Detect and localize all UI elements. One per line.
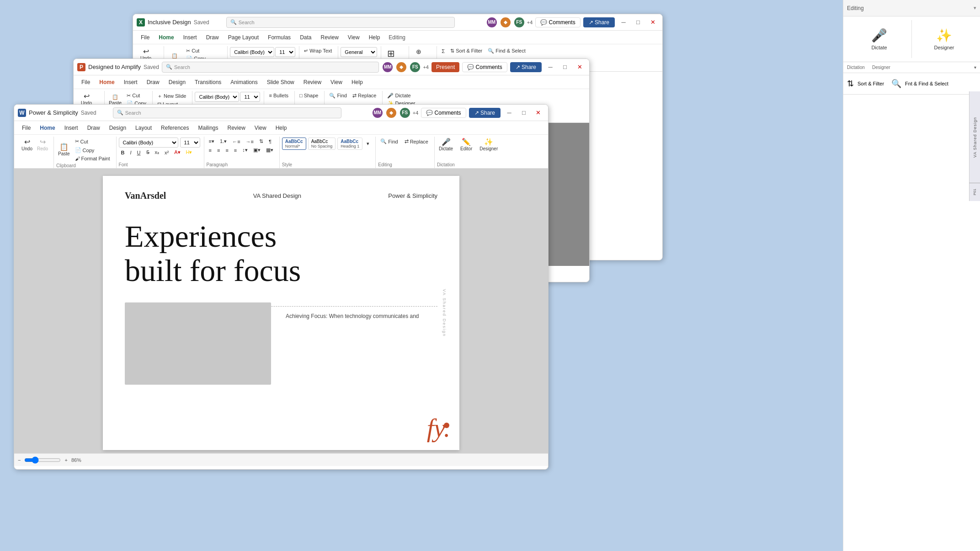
ppt-share-button[interactable]: ↗ Share [510, 62, 542, 72]
word-align-left-button[interactable]: ≡ [207, 147, 214, 154]
ppt-present-button[interactable]: Present [431, 62, 459, 72]
word-bullets-button[interactable]: ≡▾ [207, 138, 217, 145]
word-copy-button[interactable]: 📄 Copy [73, 146, 112, 154]
word-align-right-button[interactable]: ≡ [223, 147, 230, 154]
word-justify-button[interactable]: ≡ [232, 147, 239, 154]
word-menu-layout[interactable]: Layout [131, 123, 156, 132]
ppt-close-button[interactable]: ✕ [574, 62, 586, 72]
excel-menu-home[interactable]: Home [154, 33, 178, 42]
excel-maximize-button[interactable]: □ [632, 17, 644, 27]
word-undo-button[interactable]: ↩Undo [20, 138, 34, 152]
word-paste-button[interactable]: 📋Paste [56, 143, 72, 157]
word-styles-more-button[interactable]: ▾ [364, 140, 372, 148]
ppt-menu-insert[interactable]: Insert [120, 78, 142, 87]
ppt-minimize-button[interactable]: ─ [544, 62, 556, 72]
word-find-button[interactable]: 🔍 Find [378, 138, 400, 145]
word-menu-file[interactable]: File [18, 123, 35, 132]
word-menu-home[interactable]: Home [36, 123, 59, 132]
excel-wrap-text-button[interactable]: ↵ Wrap Text [302, 47, 334, 55]
word-align-center-button[interactable]: ≡ [215, 147, 222, 154]
ppt-font-select[interactable]: Calibri (Body) [195, 92, 239, 102]
excel-menu-help[interactable]: Help [365, 33, 384, 42]
excel-sort-button[interactable]: ⇅ Sort & Filter [448, 47, 485, 55]
excel-insert-cells-button[interactable]: ⊕ [411, 47, 426, 56]
excel-sum-button[interactable]: Σ [439, 48, 447, 55]
word-replace-button[interactable]: ⇄ Replace [402, 138, 431, 145]
ppt-shape-button[interactable]: □ Shape [297, 92, 321, 99]
word-dictate-button[interactable]: 🎤 Dictate [437, 138, 455, 152]
word-maximize-button[interactable]: □ [518, 108, 530, 118]
word-strikethrough-button[interactable]: S̶ [144, 148, 152, 156]
word-minimize-button[interactable]: ─ [503, 108, 515, 118]
word-style-normal[interactable]: AaBbCc Normal* [282, 138, 306, 150]
ppt-cut-button[interactable]: ✂ Cut [124, 92, 142, 100]
word-highlight-button[interactable]: H▾ [184, 148, 195, 156]
word-comments-button[interactable]: 💬 Comments [421, 108, 466, 118]
excel-close-button[interactable]: ✕ [647, 17, 659, 27]
excel-share-button[interactable]: ↗ Share [583, 17, 615, 27]
word-fontcolor-button[interactable]: A▾ [172, 148, 182, 156]
ppt-menu-animations[interactable]: Animations [226, 78, 261, 87]
excel-menu-draw[interactable]: Draw [202, 33, 223, 42]
word-subscript-button[interactable]: x₂ [153, 148, 162, 156]
word-menu-review[interactable]: Review [224, 123, 250, 132]
word-menu-help[interactable]: Help [272, 123, 291, 132]
word-menu-draw[interactable]: Draw [83, 123, 104, 132]
zoom-slider[interactable] [24, 456, 61, 464]
ppt-menu-draw[interactable]: Draw [143, 78, 164, 87]
designer-button[interactable]: ✨ Designer [912, 20, 976, 58]
ppt-replace-button[interactable]: ⇄ Replace [350, 92, 378, 100]
word-menu-design[interactable]: Design [105, 123, 130, 132]
ppt-new-slide-button[interactable]: ＋ New Slide [155, 92, 189, 101]
word-indent-increase-button[interactable]: →≡ [244, 138, 256, 145]
excel-number-format-select[interactable]: General [341, 47, 377, 57]
word-style-nospace[interactable]: AaBbCc No Spacing [308, 138, 336, 150]
word-menu-view[interactable]: View [250, 123, 271, 132]
word-search-box[interactable]: 🔍 Search [113, 107, 341, 118]
word-sort-button[interactable]: ⇅ [257, 138, 266, 145]
excel-search-box[interactable]: 🔍 Search [226, 17, 455, 28]
excel-menu-review[interactable]: Review [316, 33, 342, 42]
word-shading-button[interactable]: ▣▾ [251, 146, 263, 154]
word-share-button[interactable]: ↗ Share [469, 108, 501, 118]
word-bold-button[interactable]: B [119, 149, 127, 156]
word-borders-button[interactable]: ▦▾ [264, 146, 276, 154]
excel-fontsize-select[interactable]: 11 [275, 47, 295, 57]
excel-comments-button[interactable]: 💬 Comments [535, 17, 580, 27]
word-cut-button[interactable]: ✂ Cut [73, 138, 112, 145]
excel-menu-formulas[interactable]: Formulas [264, 33, 295, 42]
ppt-comments-button[interactable]: 💬 Comments [462, 62, 507, 72]
page-tab[interactable]: P01 [969, 183, 980, 201]
word-editor-button[interactable]: ✏️ Editor [458, 138, 474, 152]
word-fontsize-select[interactable]: 11 [180, 138, 200, 148]
excel-font-select[interactable]: Calibri (Body) [230, 47, 274, 57]
dictate-button[interactable]: 🎤 Dictate [847, 20, 911, 58]
word-superscript-button[interactable]: x² [162, 149, 171, 156]
word-pilcrow-button[interactable]: ¶ [266, 138, 274, 145]
vertical-tab[interactable]: VA Shared Design [969, 91, 980, 183]
excel-menu-file[interactable]: File [137, 33, 154, 42]
word-italic-button[interactable]: I [128, 149, 134, 156]
excel-menu-data[interactable]: Data [296, 33, 315, 42]
word-close-button[interactable]: ✕ [533, 108, 544, 118]
ppt-dictate-button[interactable]: 🎤 Dictate [385, 92, 413, 100]
excel-menu-pagelayout[interactable]: Page Layout [224, 33, 263, 42]
word-designer-button[interactable]: ✨ Designer [478, 138, 500, 152]
excel-cut-button[interactable]: ✂ Cut [184, 47, 202, 55]
ppt-find-button[interactable]: 🔍 Find [327, 92, 349, 100]
word-format-paint-button[interactable]: 🖌 Format Paint [73, 155, 112, 162]
ppt-menu-home[interactable]: Home [95, 78, 118, 87]
word-linespacing-button[interactable]: ↕▾ [240, 146, 250, 154]
excel-menu-insert[interactable]: Insert [179, 33, 201, 42]
word-font-select[interactable]: Calibri (Body) [119, 138, 178, 148]
ppt-menu-transitions[interactable]: Transitions [191, 78, 225, 87]
ppt-menu-slideshow[interactable]: Slide Show [263, 78, 298, 87]
ppt-menu-view[interactable]: View [326, 78, 346, 87]
rp-expand[interactable]: ▾ [974, 65, 976, 70]
word-menu-references[interactable]: References [157, 123, 193, 132]
rp-chevron[interactable]: ▾ [974, 5, 976, 11]
ppt-maximize-button[interactable]: □ [559, 62, 571, 72]
excel-minimize-button[interactable]: ─ [618, 17, 629, 27]
word-style-heading1[interactable]: AaBbCc Heading 1 [337, 138, 362, 150]
ppt-menu-help[interactable]: Help [347, 78, 367, 87]
